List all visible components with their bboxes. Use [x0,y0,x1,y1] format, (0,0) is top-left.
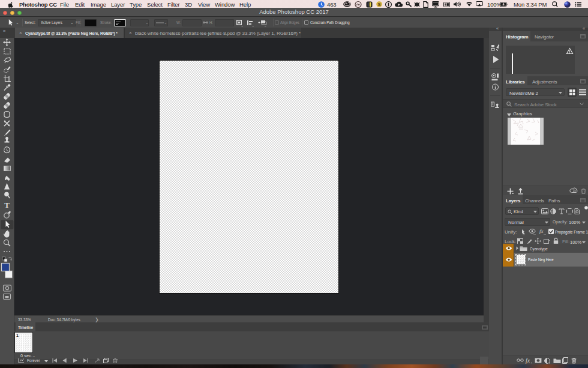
svg-text:S: S [377,2,380,7]
svg-text:fx: fx [539,228,544,234]
svg-text:fx: fx [526,357,530,364]
svg-text:T: T [4,201,10,210]
